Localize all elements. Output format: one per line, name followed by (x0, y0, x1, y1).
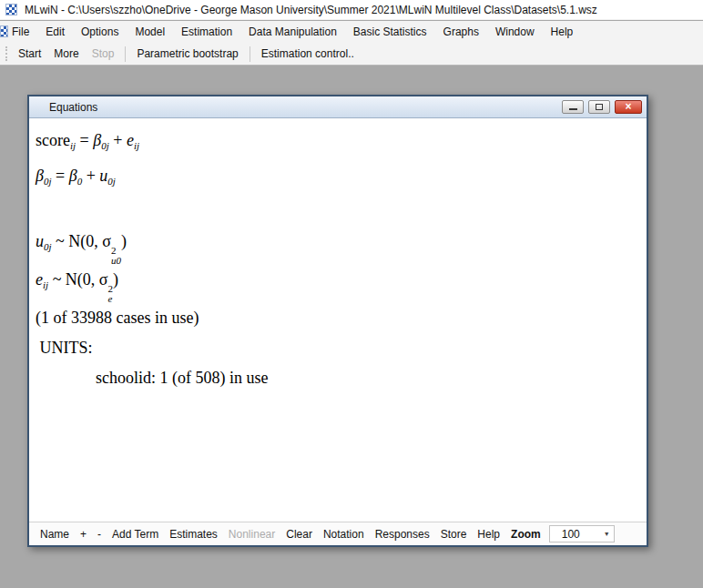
equations-window-title: Equations (49, 101, 97, 114)
clear-button[interactable]: Clear (280, 526, 318, 542)
add-term-button[interactable]: Add Term (107, 526, 164, 542)
menu-item-edit[interactable]: Edit (37, 21, 73, 43)
equations-window: Equations × scoreij = β0j + eijβ0j = β0 … (27, 95, 648, 547)
estimation-control-button[interactable]: Estimation control.. (255, 45, 361, 63)
responses-button[interactable]: Responses (370, 526, 435, 542)
minimize-button[interactable] (562, 100, 584, 114)
start-button[interactable]: Start (12, 45, 47, 63)
toolbar: Start More Stop Parametric bootstrap Est… (0, 43, 703, 66)
menu-item-options[interactable]: Options (73, 21, 127, 43)
main-titlebar[interactable]: MLwiN - C:\Users\szzho\OneDrive - George… (0, 0, 703, 20)
main-window-title: MLwiN - C:\Users\szzho\OneDrive - George… (25, 4, 597, 16)
mlwin-app-icon (5, 4, 17, 15)
store-button[interactable]: Store (435, 526, 473, 542)
menu-item-graphs[interactable]: Graphs (435, 21, 487, 43)
equation-line[interactable]: scoreij = β0j + eij (36, 126, 639, 161)
equations-footer: Name + - Add Term Estimates Nonlinear Cl… (29, 522, 647, 545)
menu-item-estimation[interactable]: Estimation (173, 21, 240, 43)
equation-line[interactable]: UNITS: (36, 333, 639, 363)
menu-item-basic-statistics[interactable]: Basic Statistics (345, 21, 435, 43)
add-button[interactable]: + (75, 526, 92, 542)
toolbar-grip (5, 46, 7, 61)
name-button[interactable]: Name (35, 526, 75, 542)
parametric-bootstrap-button[interactable]: Parametric bootstrap (130, 45, 244, 63)
menu-item-help[interactable]: Help (543, 21, 582, 43)
equation-line[interactable]: (1 of 33988 cases in use) (36, 303, 639, 333)
maximize-button[interactable] (588, 100, 610, 114)
estimates-button[interactable]: Estimates (164, 526, 223, 542)
window-controls: × (562, 100, 642, 114)
help-button[interactable]: Help (472, 526, 505, 542)
subtract-button[interactable]: - (92, 526, 107, 542)
equation-line[interactable]: eij ~ N(0, σ2e) (36, 265, 639, 303)
close-button[interactable]: × (615, 100, 642, 114)
menu-item-model[interactable]: Model (127, 21, 173, 43)
more-button[interactable]: More (47, 45, 85, 63)
chevron-down-icon: ▼ (604, 531, 614, 537)
minimize-icon (569, 108, 577, 110)
mdi-area: Equations × scoreij = β0j + eijβ0j = β0 … (0, 66, 703, 588)
stop-button: Stop (86, 45, 121, 63)
zoom-combobox[interactable]: 100 ▼ (549, 525, 615, 542)
notation-button[interactable]: Notation (318, 526, 370, 542)
sup-sub-stack: 2u0 (111, 246, 121, 265)
menu-item-data-manipulation[interactable]: Data Manipulation (240, 21, 345, 43)
menu-item-window[interactable]: Window (487, 21, 543, 43)
zoom-label: Zoom (505, 526, 546, 542)
equations-window-titlebar[interactable]: Equations × (29, 96, 647, 118)
toolbar-separator (125, 46, 126, 62)
menu-item-file[interactable]: File (4, 21, 37, 43)
menu-bar: File Edit Options Model Estimation Data … (0, 21, 703, 43)
background-window-icon (0, 25, 8, 37)
equation-line[interactable] (36, 197, 639, 227)
equation-line[interactable]: u0j ~ N(0, σ2u0) (36, 227, 639, 265)
toolbar-separator (250, 46, 250, 62)
nonlinear-button: Nonlinear (223, 526, 280, 542)
zoom-value: 100 (550, 528, 604, 541)
equation-line[interactable]: β0j = β0 + u0j (36, 161, 639, 197)
close-icon: × (625, 101, 631, 113)
maximize-icon (596, 104, 603, 110)
equations-body[interactable]: scoreij = β0j + eijβ0j = β0 + u0ju0j ~ N… (29, 118, 647, 522)
equation-line[interactable]: schoolid: 1 (of 508) in use (36, 363, 639, 393)
